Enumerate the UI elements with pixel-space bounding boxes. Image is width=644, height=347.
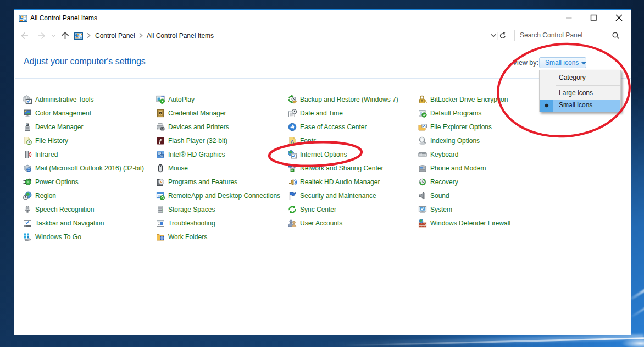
svg-text:A: A xyxy=(291,139,295,145)
